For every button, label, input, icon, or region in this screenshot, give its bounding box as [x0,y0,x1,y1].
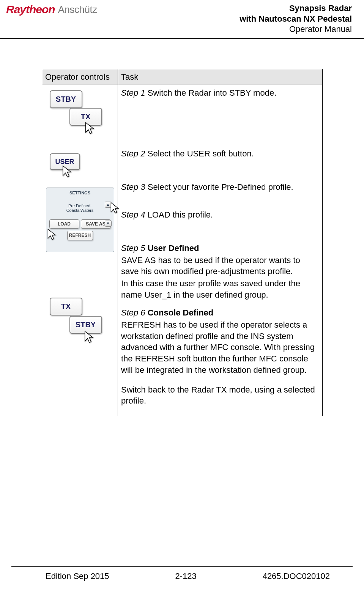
cursor-icon [61,165,72,178]
task-cell: Step 1 Switch the Radar into STBY mode. … [118,85,323,416]
step-text: Switch back to the Radar TX mode, using … [121,385,315,406]
step-2: Step 2 Select the USER soft button. [121,148,319,159]
col-header-task: Task [118,69,323,85]
content-area: Operator controls Task STBY TX USER SETT… [0,42,364,416]
step-4: Step 4 LOAD this profile. [121,209,319,221]
step-text: Select your favorite Pre-Defined profile… [145,182,293,192]
cursor-icon [46,228,56,241]
footer-edition: Edition Sep 2015 [46,571,109,581]
load-button[interactable]: LOAD [49,219,79,229]
profile-display: Pre Defined: CoastalWaters [49,203,112,213]
step-text: Select the USER soft button. [145,149,254,158]
title-line-1: Synapsis Radar [240,3,352,14]
cursor-icon [84,121,95,135]
brand-logo: Raytheon Anschütz [6,3,97,16]
stby-tx-buttons: STBY TX [46,90,114,143]
settings-title: SETTINGS [49,190,112,196]
step-label: Step 2 [121,149,145,158]
step-text: Switch the Radar into STBY mode. [145,88,277,98]
step-label: Step 3 [121,182,145,192]
step-label: Step 6 [121,308,145,317]
cursor-icon [109,202,119,214]
arrow-down-button[interactable]: ▼ [105,221,112,227]
step-label: Step 1 [121,88,145,98]
profile-label: Pre Defined: [49,203,112,208]
profile-name: CoastalWaters [49,208,112,213]
step-label: Step 5 [121,243,145,253]
page-header: Raytheon Anschütz Synapsis Radar with Na… [0,0,364,39]
user-button-group: USER [46,153,114,180]
step-6: Step 6 Console Defined REFRESH has to be… [121,307,319,375]
settings-panel: SETTINGS Pre Defined: CoastalWaters LOAD… [46,188,114,252]
col-header-controls: Operator controls [42,69,118,85]
step-3: Step 3 Select your favorite Pre-Defined … [121,181,319,193]
title-line-2: with Nautoscan NX Pedestal [240,14,352,24]
tx-stby-buttons: TX STBY [46,298,114,355]
step-body: In this case the user profile was saved … [121,278,319,300]
step-final: Switch back to the Radar TX mode, using … [121,384,319,407]
step-body: REFRESH has to be used if the operator s… [121,319,319,375]
controls-cell: STBY TX USER SETTINGS Pre Defined: Coast… [42,85,118,416]
cursor-icon [83,330,94,344]
page-footer: Edition Sep 2015 2-123 4265.DOC020102 [11,566,353,581]
footer-docnum: 4265.DOC020102 [263,571,330,581]
step-body: SAVE AS has to be used if the operator w… [121,255,319,277]
logo-primary: Raytheon [6,3,55,16]
tx-button[interactable]: TX [50,298,82,315]
refresh-button[interactable]: REFRESH [67,231,93,240]
step-bold: Console Defined [145,308,214,317]
title-line-3: Operator Manual [240,24,352,35]
stby-button[interactable]: STBY [50,90,82,108]
procedure-table: Operator controls Task STBY TX USER SETT… [42,69,323,416]
document-title: Synapsis Radar with Nautoscan NX Pedesta… [240,3,352,35]
step-1: Step 1 Switch the Radar into STBY mode. [121,87,319,99]
logo-secondary: Anschütz [58,4,97,16]
step-bold: User Defined [145,243,199,253]
footer-page: 2-123 [175,571,196,581]
step-text: LOAD this profile. [145,210,213,219]
step-5: Step 5 User Defined SAVE AS has to be us… [121,243,319,300]
step-label: Step 4 [121,210,145,219]
